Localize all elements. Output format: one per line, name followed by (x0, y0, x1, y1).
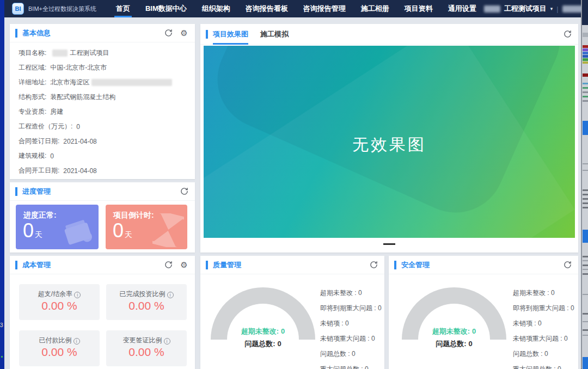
menu-item-org-structure[interactable]: 组织架构 (194, 0, 238, 17)
effect-image-placeholder: 无效果图 (204, 46, 575, 238)
gauge-total-label: 问题总数:0 (211, 339, 315, 349)
info-field-row: 工程区域:中国-北京市-北京市 (10, 60, 195, 75)
sliver-mark (583, 55, 588, 58)
project-countdown-card: 项目倒计时: 0天 (106, 205, 187, 249)
accent-bar (206, 30, 208, 39)
sliver-mark (583, 265, 588, 266)
gear-icon[interactable]: ⚙ (180, 29, 188, 38)
refresh-icon[interactable] (164, 261, 173, 269)
gauge-total-label: 问题总数:0 (402, 339, 506, 349)
stat-item: 未销项 : 0 (320, 319, 382, 328)
sliver-mark (583, 33, 588, 37)
main-menu: 首页 BIM数据中心 组织架构 咨询报告看板 咨询报告管理 施工相册 项目资料 … (108, 0, 484, 17)
dashboard-content: 基本信息 ⚙ 项目名称:工程测试项目 工程区域:中国-北京市-北京市 详细地址:… (4, 17, 581, 369)
gear-icon[interactable]: ⚙ (180, 261, 188, 269)
panel-header: 项目效果图 施工模拟 (200, 24, 578, 45)
cost-stat-value: 0.00 % (106, 299, 187, 312)
refresh-icon[interactable] (180, 187, 188, 196)
sliver-mark (583, 48, 588, 51)
sliver-mark (583, 335, 588, 336)
progress-normal-card: 进度正常: 0天 (16, 205, 99, 249)
panel-cost: 成本管理 ⚙ 超支/结余率i 0.00 % 已完成投资比例i 0.00 % 已付… (10, 256, 195, 369)
carousel-indicator[interactable] (383, 243, 395, 245)
gauge-overdue-label: 超期未整改:0 (211, 327, 315, 336)
sliver-mark (583, 170, 588, 171)
navbar-right-cluster: 工程测试项目 ▾ | ▾ | ? (484, 4, 588, 14)
wallet-icon (62, 219, 95, 247)
panel-title: 成本管理 (22, 260, 51, 270)
project-selector[interactable]: 工程测试项目 (504, 4, 547, 14)
refresh-icon[interactable] (369, 261, 378, 269)
sliver-mark (583, 313, 588, 315)
app-logo-icon[interactable]: BI (12, 3, 24, 15)
sliver-mark (583, 61, 588, 64)
accent-bar (206, 261, 208, 269)
cost-stat-card: 已付款比例i 0.00 % (19, 330, 100, 366)
redacted-project-prefix (484, 5, 500, 13)
chevron-down-icon[interactable]: ▾ (550, 6, 553, 11)
top-navbar: BI BIM+全过程数据决策系统 首页 BIM数据中心 组织架构 咨询报告看板 … (4, 0, 581, 17)
menu-item-project-files[interactable]: 项目资料 (397, 0, 440, 17)
stat-item: 未销项重大问题 : 0 (320, 334, 382, 343)
info-icon[interactable]: i (164, 338, 170, 345)
panel-title: 安全管理 (401, 260, 430, 270)
sliver-mark (583, 58, 588, 61)
refresh-icon[interactable] (164, 29, 173, 38)
menu-item-report-manage[interactable]: 咨询报告管理 (296, 0, 353, 17)
stat-item: 问题总数 : 0 (320, 349, 382, 359)
refresh-icon[interactable] (563, 261, 572, 269)
tab-effect-image[interactable]: 项目效果图 (213, 24, 248, 45)
sliver-mark (583, 260, 588, 261)
logo-text: BI (15, 5, 21, 12)
info-field-row: 专业资质:房建 (10, 104, 195, 119)
sliver-mark (583, 73, 588, 77)
info-icon[interactable]: i (167, 292, 174, 298)
accent-bar (15, 29, 17, 38)
sliver-mark (583, 357, 588, 369)
panel-title: 质量管理 (213, 260, 241, 270)
menu-item-construction-album[interactable]: 施工相册 (353, 0, 397, 17)
sliver-mark (583, 294, 588, 295)
panel-header: 进度管理 (10, 182, 195, 201)
sliver-mark (582, 0, 588, 25)
menu-item-report-board[interactable]: 咨询报告看板 (238, 0, 296, 17)
gauge-overdue-label: 超期未整改:0 (402, 327, 506, 336)
panel-progress: 进度管理 进度正常: 0天 项目倒计时: 0天 (10, 182, 195, 253)
cost-stat-value: 0.00 % (19, 346, 100, 359)
cost-stat-card: 超支/结余率i 0.00 % (19, 284, 100, 320)
menu-item-home[interactable]: 首页 (108, 0, 138, 17)
accent-bar (15, 261, 17, 269)
sliver-mark (583, 91, 588, 93)
info-field-row: 合同签订日期:2021-04-08 (10, 134, 195, 149)
sliver-mark (583, 198, 588, 200)
sliver-mark (583, 52, 588, 54)
app-title: BIM+全过程数据决策系统 (28, 5, 96, 13)
accent-bar (394, 261, 396, 269)
cost-stat-card: 变更签证比例i 0.00 % (106, 330, 187, 366)
panel-header: 成本管理 ⚙ (10, 256, 195, 274)
stat-item: 未销项重大问题 : 0 (513, 334, 574, 343)
screen: 3 BI BIM+全过程数据决策系统 首页 BIM数据中心 组织架构 咨询报告看… (0, 0, 588, 369)
menu-item-bim-data-center[interactable]: BIM数据中心 (138, 0, 194, 17)
stat-item: 重大问题总数 : 0 (513, 365, 574, 369)
sliver-mark (583, 189, 588, 191)
menu-item-general-settings[interactable]: 通用设置 (440, 0, 484, 17)
panel-header: 安全管理 (389, 256, 578, 274)
info-icon[interactable]: i (74, 292, 81, 298)
stat-item: 未销项 : 0 (513, 319, 574, 328)
safety-stat-list: 超期未整改 : 0 即将到期重大问题 : 0 未销项 : 0 未销项重大问题 :… (513, 288, 574, 369)
refresh-icon[interactable] (563, 30, 572, 39)
sliver-mark (583, 194, 588, 195)
sliver-mark (583, 100, 588, 102)
cost-stat-value: 0.00 % (19, 299, 100, 312)
left-sliver-text: 3 (0, 322, 3, 328)
background-window-left-sliver: 3 (0, 0, 4, 369)
stat-item: 超期未整改 : 0 (513, 288, 574, 298)
app-window: BI BIM+全过程数据决策系统 首页 BIM数据中心 组织架构 咨询报告看板 … (4, 0, 581, 369)
info-field-row: 详细地址:北京市海淀区 (10, 75, 195, 90)
sliver-mark (583, 269, 588, 270)
tab-construction-simulation[interactable]: 施工模拟 (260, 24, 289, 45)
info-icon[interactable]: i (74, 338, 80, 345)
redacted-text (91, 79, 172, 86)
stat-item: 超期未整改 : 0 (320, 288, 382, 298)
